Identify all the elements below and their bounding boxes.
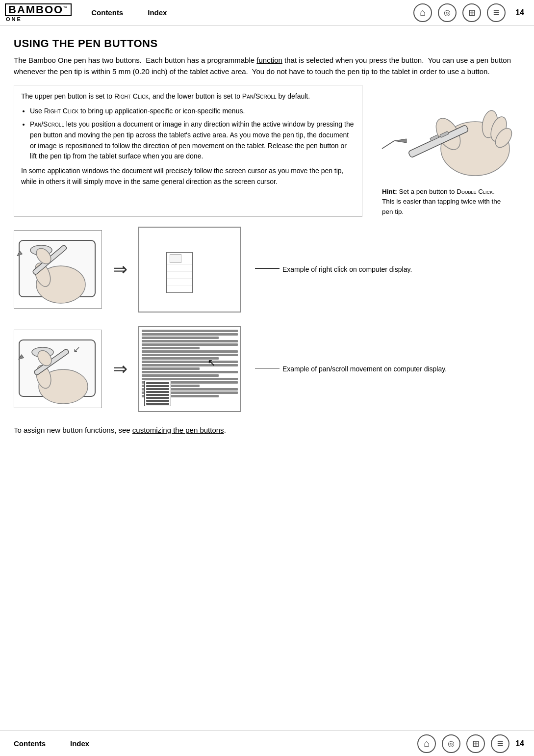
- arrow-right-rc: ⇒: [113, 259, 127, 280]
- scroll-text-line: [146, 388, 169, 390]
- footer-page-number: 14: [515, 739, 524, 748]
- text-document: ↖: [142, 330, 238, 409]
- footer-nav-index-link[interactable]: Index: [70, 739, 89, 748]
- context-menu-item-5: [167, 286, 192, 292]
- screen-rc: [138, 227, 241, 313]
- text-line: [142, 330, 238, 332]
- home-icon[interactable]: [413, 3, 432, 22]
- context-menu-item: [167, 253, 192, 265]
- scroll-text-line: [146, 394, 169, 396]
- context-menu-item-3: [167, 272, 192, 279]
- footer-grid-icon[interactable]: [466, 734, 485, 753]
- label-dash-ps: [255, 368, 280, 368]
- pan-scroll-diagram: ↙ ⇒: [14, 326, 519, 412]
- text-line: [142, 333, 238, 336]
- text-line: [142, 354, 238, 356]
- grid-icon[interactable]: [462, 3, 481, 22]
- header-left: BAMBOO™ ONE Contents Index: [5, 3, 167, 22]
- text-line: [142, 367, 200, 370]
- diagram-left-ps: ↙ ⇒: [14, 326, 241, 412]
- text-line: [142, 340, 238, 342]
- info-box-item-2: Pan/Scroll lets you position a document …: [30, 119, 355, 162]
- text-line: [142, 371, 238, 373]
- nav-index-link[interactable]: Index: [148, 8, 167, 17]
- hint-label: Hint:: [382, 188, 397, 195]
- text-line: [142, 350, 238, 353]
- info-box: The upper pen button is set to Right Cli…: [14, 85, 362, 217]
- info-box-item-1: Use Right Click to bring up application-…: [30, 106, 355, 117]
- footer-text-para: To assign new button functions, see cust…: [14, 426, 519, 434]
- svg-text:↙: ↙: [73, 344, 80, 354]
- scroll-text-line: [146, 400, 169, 402]
- context-menu-item-2: [167, 265, 192, 272]
- footer-nav-left: Contents Index: [14, 739, 89, 748]
- scroll-text-line: [146, 403, 169, 405]
- label-line-ps: Example of pan/scroll movement on comput…: [255, 364, 519, 374]
- text-line: [142, 374, 219, 377]
- text-line: [142, 378, 238, 380]
- pen-hand-illustration: [377, 85, 514, 183]
- page-header: BAMBOO™ ONE Contents Index 14: [0, 0, 534, 26]
- scroll-text-line: [146, 397, 169, 399]
- info-box-line1: The upper pen button is set to Right Cli…: [21, 91, 355, 102]
- right-click-label: Example of right click on computer displ…: [255, 264, 519, 275]
- arrow-right-ps: ⇒: [113, 359, 127, 379]
- pan-scroll-label: Example of pan/scroll movement on comput…: [255, 364, 519, 374]
- screen-ps: ↖: [138, 326, 241, 412]
- context-menu: [166, 252, 193, 293]
- footer-home-icon[interactable]: [417, 734, 436, 753]
- logo-bamboo: BAMBOO™: [5, 3, 72, 16]
- pen-image-area: Hint: Set a pen button to Double Click. …: [372, 85, 519, 217]
- header-nav: Contents Index: [91, 8, 167, 17]
- menu-icon: [170, 254, 181, 263]
- bars-icon[interactable]: [487, 3, 506, 22]
- label-dash-rc: [255, 268, 280, 269]
- hint-text: Hint: Set a pen button to Double Click. …: [382, 187, 509, 217]
- context-menu-item-4: [167, 279, 192, 286]
- pen-hand-svg: [377, 85, 514, 183]
- right-click-diagram: ⇒ Example of right click on computer dis…: [14, 227, 519, 313]
- footer-bars-icon[interactable]: [491, 734, 509, 753]
- page-title: USING THE PEN BUTTONS: [14, 37, 519, 50]
- scroll-highlight: [144, 381, 171, 406]
- footer-fingerprint-icon[interactable]: [442, 734, 460, 753]
- fingerprint-icon[interactable]: [438, 3, 457, 22]
- svg-line-9: [382, 141, 394, 149]
- hand-sketch-ps-svg: ↙: [14, 330, 102, 408]
- header-icons: 14: [413, 3, 524, 22]
- text-line: [142, 337, 219, 339]
- info-box-list: Use Right Click to bring up application-…: [30, 106, 355, 162]
- scroll-text-line: [146, 391, 169, 393]
- info-section: The upper pen button is set to Right Cli…: [14, 85, 519, 217]
- pan-scroll-caption: Example of pan/scroll movement on comput…: [282, 364, 447, 374]
- page-footer: Contents Index 14: [0, 730, 534, 756]
- logo-one: ONE: [6, 17, 72, 22]
- intro-paragraph: The Bamboo One pen has two buttons. Each…: [14, 55, 519, 77]
- nav-contents-link[interactable]: Contents: [91, 8, 123, 17]
- scroll-text-line: [146, 382, 169, 384]
- text-line: [142, 347, 200, 349]
- header-page-number: 14: [515, 8, 524, 17]
- scroll-text-line: [146, 385, 169, 387]
- hand-sketch-ps: ↙: [14, 330, 102, 408]
- cursor-arrow: ↖: [207, 357, 216, 368]
- label-line-rc: Example of right click on computer displ…: [255, 264, 519, 275]
- footer-nav-contents-link[interactable]: Contents: [14, 739, 46, 748]
- logo: BAMBOO™ ONE: [5, 3, 72, 22]
- hand-sketch-rc: [14, 230, 102, 309]
- right-click-caption: Example of right click on computer displ…: [282, 264, 412, 275]
- info-box-additional: In some application windows the document…: [21, 166, 355, 187]
- svg-marker-6: [394, 139, 407, 143]
- diagram-left-rc: ⇒: [14, 227, 241, 313]
- customizing-link[interactable]: customizing the pen buttons: [132, 426, 224, 434]
- text-line: [142, 364, 238, 366]
- text-line: [142, 361, 238, 363]
- text-line: [142, 343, 238, 346]
- footer-icons: 14: [417, 734, 524, 753]
- main-content: USING THE PEN BUTTONS The Bamboo One pen…: [0, 26, 534, 459]
- hand-sketch-rc-svg: [14, 231, 102, 309]
